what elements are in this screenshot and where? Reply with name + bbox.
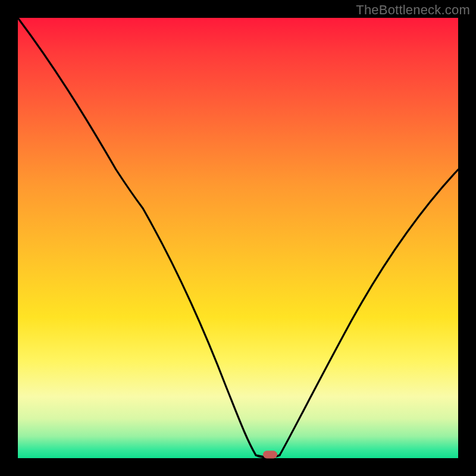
chart-frame: TheBottleneck.com: [0, 0, 476, 476]
watermark-text: TheBottleneck.com: [356, 2, 470, 18]
minimum-marker: [263, 451, 277, 459]
bottleneck-curve: [18, 18, 458, 458]
plot-area: [18, 18, 458, 458]
